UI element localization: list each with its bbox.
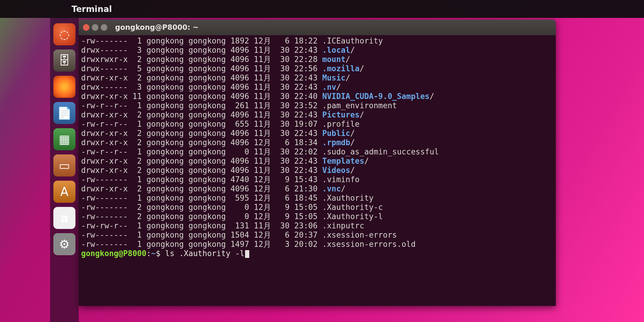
window-titlebar[interactable]: gongkong@P8000: ~ — [79, 20, 556, 35]
file-name: Templates — [322, 157, 364, 165]
file-name: .vnc — [322, 184, 341, 193]
ls-row: drwx------ 5 gongkong gongkong 4096 11月 … — [81, 64, 553, 73]
active-app-title: Terminal — [72, 4, 112, 14]
ls-row: -rw-r--r-- 1 gongkong gongkong 655 11月 3… — [81, 120, 553, 129]
launcher-calc[interactable]: ▦ — [53, 128, 75, 150]
ls-row: -rw------- 1 gongkong gongkong 1892 12月 … — [81, 36, 553, 46]
unity-launcher: ◌🗄📄▦▭Aa⚙ — [50, 18, 79, 322]
file-name: Pictures — [322, 110, 360, 119]
launcher-files[interactable]: 🗄 — [53, 49, 75, 72]
ls-row: drwxrwxr-x 2 gongkong gongkong 4096 11月 … — [81, 55, 553, 64]
window-close-button[interactable] — [83, 24, 89, 31]
ls-row: -rw------- 2 gongkong gongkong 0 12月 9 1… — [81, 212, 553, 221]
window-minimize-button[interactable] — [92, 24, 98, 31]
ls-row: drwx------ 3 gongkong gongkong 4096 11月 … — [81, 46, 553, 55]
file-name: .Xauthority-c — [322, 203, 383, 212]
file-name: .Xauthority-l — [322, 212, 383, 221]
file-name: .viminfo — [322, 175, 360, 184]
ls-row: drwxr-xr-x 2 gongkong gongkong 4096 11月 … — [81, 110, 553, 120]
file-name: .xsession-errors.old — [322, 240, 416, 249]
file-name: .ICEauthority — [322, 36, 383, 45]
ls-row: -rw-r--r-- 1 gongkong gongkong 0 11月 30 … — [81, 147, 553, 157]
ls-row: drwxr-xr-x 2 gongkong gongkong 4096 12月 … — [81, 184, 553, 193]
ls-row: drwxr-xr-x 2 gongkong gongkong 4096 12月 … — [81, 138, 553, 147]
ls-row: drwxr-xr-x 2 gongkong gongkong 4096 11月 … — [81, 157, 553, 166]
window-title: gongkong@P8000: ~ — [115, 23, 199, 32]
files-icon: 🗄 — [58, 54, 70, 67]
prompt-path: ~ — [151, 249, 156, 258]
file-name: .nv — [322, 83, 336, 92]
file-name: .rpmdb — [322, 138, 350, 147]
ls-row: -rw------- 1 gongkong gongkong 595 12月 6… — [81, 193, 553, 203]
file-name: .xsession-errors — [322, 230, 397, 239]
file-name: .Xauthority — [322, 193, 374, 202]
ls-row: drwx------ 3 gongkong gongkong 4096 11月 … — [81, 83, 553, 92]
cursor — [245, 250, 249, 258]
launcher-ubuntu[interactable]: ◌ — [53, 23, 75, 45]
ls-row: drwxr-xr-x 11 gongkong gongkong 4096 11月… — [81, 92, 553, 101]
file-name: Public — [322, 129, 350, 138]
launcher-settings[interactable]: ⚙ — [53, 233, 75, 255]
ls-row: -rw------- 2 gongkong gongkong 0 12月 9 1… — [81, 203, 553, 212]
launcher-firefox[interactable] — [53, 76, 75, 98]
launcher-amazon[interactable]: a — [53, 207, 75, 229]
prompt-command[interactable]: ls .Xauthority -l — [165, 249, 244, 258]
file-name: mount — [322, 55, 346, 64]
top-status-bar: Terminal — [0, 0, 644, 18]
ls-row: drwxr-xr-x 2 gongkong gongkong 4096 11月 … — [81, 129, 553, 138]
launcher-writer[interactable]: 📄 — [53, 102, 75, 124]
ls-row: drwxr-xr-x 2 gongkong gongkong 4096 11月 … — [81, 73, 553, 83]
ls-row: -rw-rw-r-- 1 gongkong gongkong 131 11月 3… — [81, 221, 553, 230]
ls-row: drwxr-xr-x 2 gongkong gongkong 4096 11月 … — [81, 166, 553, 175]
prompt-user-host: gongkong@P8000 — [81, 249, 146, 258]
amazon-icon: a — [61, 211, 69, 225]
file-name: .mozilla — [322, 64, 360, 73]
file-name: NVIDIA_CUDA-9.0_Samples — [322, 92, 430, 101]
file-name: .pam_environment — [322, 101, 397, 110]
terminal-window: gongkong@P8000: ~ -rw------- 1 gongkong … — [79, 20, 556, 306]
ls-row: -rw-r--r-- 1 gongkong gongkong 261 11月 3… — [81, 101, 553, 110]
calc-icon: ▦ — [59, 132, 70, 146]
file-name: .xinputrc — [322, 221, 364, 230]
settings-icon: ⚙ — [59, 237, 70, 251]
launcher-software[interactable]: A — [53, 181, 75, 203]
ls-row: -rw------- 1 gongkong gongkong 4740 12月 … — [81, 175, 553, 184]
window-maximize-button[interactable] — [101, 24, 107, 31]
impress-icon: ▭ — [59, 159, 70, 172]
file-name: .profile — [322, 120, 360, 129]
ls-row: -rw------- 1 gongkong gongkong 1504 12月 … — [81, 230, 553, 240]
terminal-body[interactable]: -rw------- 1 gongkong gongkong 1892 12月 … — [79, 35, 556, 306]
software-icon: A — [60, 185, 68, 199]
file-name: Music — [322, 73, 346, 82]
file-name: Videos — [322, 166, 350, 175]
ubuntu-icon: ◌ — [59, 27, 70, 41]
launcher-impress[interactable]: ▭ — [53, 154, 75, 177]
ls-row: -rw------- 1 gongkong gongkong 1497 12月 … — [81, 240, 553, 249]
file-name: .sudo_as_admin_successful — [322, 147, 439, 156]
writer-icon: 📄 — [57, 106, 72, 120]
file-name: .local — [322, 46, 350, 55]
prompt-line[interactable]: gongkong@P8000:~$ ls .Xauthority -l — [81, 249, 553, 258]
